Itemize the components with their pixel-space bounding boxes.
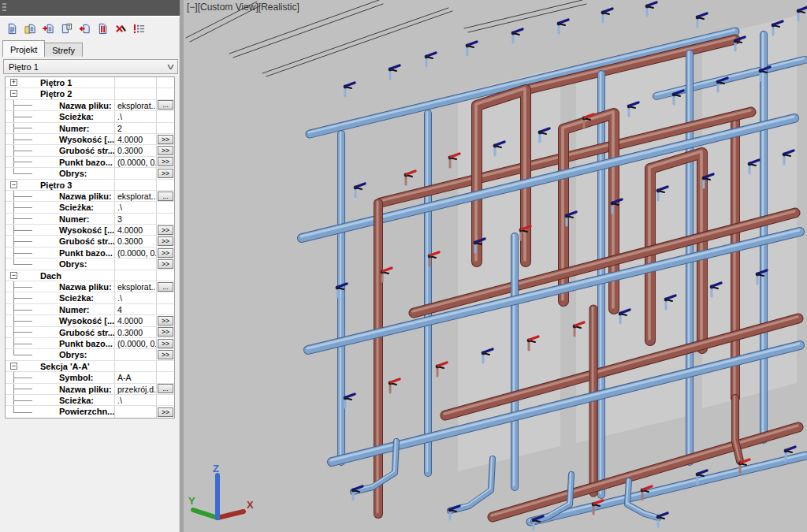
collapse-toggle[interactable]: − — [10, 272, 17, 279]
expand-value-button[interactable]: >> — [158, 157, 173, 166]
tree-row[interactable]: Scieżka:.\ — [6, 202, 174, 213]
property-value — [115, 180, 157, 190]
tree-row[interactable]: Punkt bazo...(0.0000, 0.00>> — [6, 338, 174, 349]
property-value[interactable]: A-A — [115, 372, 157, 382]
property-value[interactable]: 4.0000 — [115, 225, 157, 235]
property-value[interactable]: .\ — [115, 292, 157, 303]
tree-row[interactable]: Punkt bazo...(0.0000, 0.00>> — [6, 247, 174, 259]
tree-row[interactable]: Nazwa pliku:eksplorat...... — [6, 281, 174, 292]
property-value[interactable]: eksplorat... — [115, 281, 157, 292]
tree-row[interactable]: Obrys:>> — [6, 168, 174, 179]
tree-row[interactable]: Grubość str...0.3000>> — [6, 327, 174, 338]
tree-section-row[interactable]: +Piętro 1 — [6, 77, 174, 88]
viewport-controls[interactable]: [−][Custom View][Realistic] — [187, 2, 299, 13]
tree-row[interactable]: Wysokość [...4.0000>> — [6, 315, 174, 326]
expand-value-button[interactable]: >> — [158, 135, 173, 144]
tree-row[interactable]: Numer:2 — [6, 123, 174, 134]
viewport-3d[interactable]: [−][Custom View][Realistic] ZYX — [184, 0, 807, 532]
copy-floor-icon — [61, 23, 73, 35]
property-value[interactable]: .\ — [115, 111, 157, 121]
expand-value-button[interactable]: >> — [158, 339, 173, 348]
collapse-toggle[interactable]: − — [10, 90, 17, 97]
property-value[interactable]: eksplorat... — [115, 100, 157, 110]
property-value[interactable]: 2 — [115, 123, 157, 133]
property-value[interactable]: 0.3000 — [115, 327, 157, 337]
floor-section-button[interactable] — [95, 21, 110, 36]
tree-row[interactable]: Grubość str...0.3000>> — [6, 236, 174, 247]
browse-button[interactable]: ... — [158, 100, 173, 110]
tree-row[interactable]: Nazwa pliku:eksplorat...... — [6, 100, 174, 111]
property-value[interactable]: 3 — [115, 214, 157, 224]
open-project-button[interactable] — [23, 21, 38, 36]
tree-row[interactable]: Wysokość [...4.0000>> — [6, 134, 174, 145]
property-value[interactable] — [115, 349, 157, 359]
property-value[interactable]: przekrój.d... — [115, 384, 157, 394]
property-value[interactable]: 0.3000 — [115, 236, 157, 246]
property-value[interactable]: (0.0000, 0.00 — [115, 338, 157, 348]
tab-projekt[interactable]: Projekt — [2, 40, 45, 57]
tree-section-row[interactable]: −Sekcja 'A-A' — [6, 361, 174, 372]
tree-row[interactable]: Wysokość [...4.0000>> — [6, 225, 174, 236]
property-value[interactable]: 4.0000 — [115, 134, 157, 144]
new-project-button[interactable] — [5, 21, 20, 36]
tree-row[interactable]: Numer:4 — [6, 304, 174, 315]
button-cell: >> — [157, 145, 174, 155]
button-cell: >> — [157, 168, 174, 178]
tab-strefy[interactable]: Strefy — [44, 43, 83, 57]
property-value[interactable]: (0.0000, 0.00 — [115, 247, 157, 258]
property-value[interactable]: .\ — [115, 202, 157, 212]
expand-value-button[interactable]: >> — [158, 146, 173, 155]
property-value[interactable] — [115, 168, 157, 178]
delete-floor-button[interactable] — [113, 21, 128, 36]
tree-row[interactable]: Obrys:>> — [6, 259, 174, 270]
palette-titlebar[interactable] — [0, 0, 180, 16]
tree-row[interactable]: Scieżka:.\ — [6, 395, 174, 406]
tree-branch-cell: Scieżka: — [6, 395, 115, 405]
tree-row[interactable]: Obrys:>> — [6, 349, 174, 360]
insert-floor-button[interactable] — [77, 21, 92, 36]
tree-row[interactable]: Scieżka:.\ — [6, 111, 174, 122]
property-value[interactable]: 4.0000 — [115, 315, 157, 326]
tree-row[interactable]: Powierzchn...>> — [6, 406, 174, 417]
expand-value-button[interactable]: >> — [158, 316, 173, 326]
tree-row[interactable]: Nazwa pliku:eksplorat...... — [6, 191, 174, 202]
copy-floor-button[interactable] — [59, 21, 74, 36]
expand-value-button[interactable]: >> — [158, 169, 173, 178]
floor-list-button[interactable] — [132, 21, 147, 36]
tree-row[interactable]: Scieżka:.\ — [6, 292, 174, 303]
tree-branch-cell: Punkt bazo... — [6, 157, 115, 167]
tree-section-row[interactable]: −Dach — [6, 270, 174, 281]
tree-row[interactable]: Grubość str...0.3000>> — [6, 145, 174, 156]
expand-value-button[interactable]: >> — [158, 225, 173, 235]
expand-value-button[interactable]: >> — [158, 236, 173, 246]
button-cell — [157, 77, 174, 87]
browse-button[interactable]: ... — [158, 192, 173, 201]
browse-button[interactable]: ... — [158, 282, 173, 292]
collapse-toggle[interactable]: − — [10, 181, 17, 188]
browse-button[interactable]: ... — [158, 384, 173, 393]
palette-grip-icon[interactable] — [2, 3, 6, 13]
property-value[interactable] — [115, 259, 157, 269]
property-value[interactable]: 4 — [115, 304, 157, 314]
property-value[interactable]: .\ — [115, 395, 157, 405]
property-value[interactable]: (0.0000, 0.00 — [115, 157, 157, 167]
expand-value-button[interactable]: >> — [158, 259, 173, 269]
tree-section-row[interactable]: −Piętro 3 — [6, 180, 174, 191]
property-value[interactable] — [115, 406, 157, 417]
expand-value-button[interactable]: >> — [158, 407, 173, 417]
property-value[interactable]: eksplorat... — [115, 191, 157, 201]
expand-value-button[interactable]: >> — [158, 350, 173, 359]
tree-row[interactable]: Numer:3 — [6, 214, 174, 225]
tree-section-row[interactable]: −Piętro 2 — [6, 88, 174, 99]
tree-row[interactable]: Punkt bazo...(0.0000, 0.00>> — [6, 157, 174, 168]
expand-value-button[interactable]: >> — [158, 248, 173, 258]
collapse-toggle[interactable]: − — [10, 363, 17, 370]
add-floor-button[interactable] — [41, 21, 56, 36]
expand-toggle[interactable]: + — [10, 79, 17, 86]
floor-selector[interactable]: Piętro 1 v — [3, 59, 178, 74]
expand-value-button[interactable]: >> — [158, 327, 173, 337]
property-value[interactable]: 0.3000 — [115, 145, 157, 155]
tree-branch-cell: Nazwa pliku: — [6, 100, 115, 110]
tree-row[interactable]: Nazwa pliku:przekrój.d...... — [6, 384, 174, 395]
tree-row[interactable]: Symbol:A-A — [6, 372, 174, 383]
